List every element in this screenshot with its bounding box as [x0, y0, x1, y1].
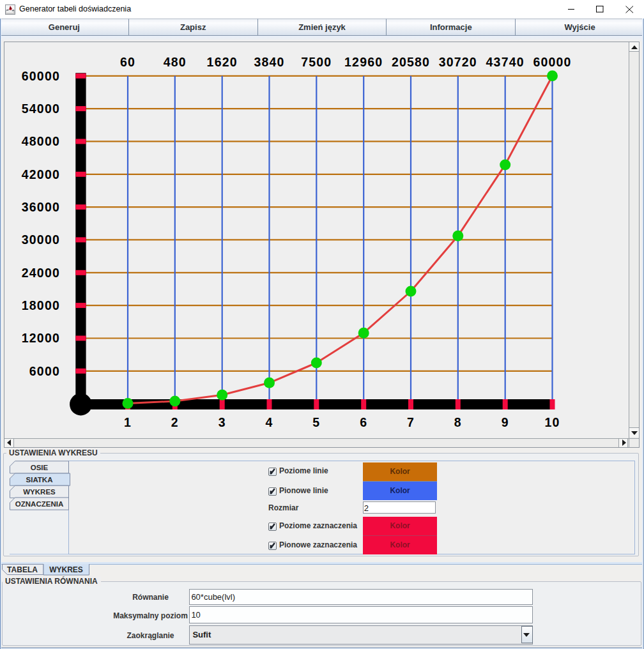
svg-text:24000: 24000: [22, 266, 60, 280]
svg-text:43740: 43740: [486, 55, 525, 69]
svg-text:480: 480: [164, 55, 187, 69]
svg-text:1620: 1620: [207, 55, 238, 69]
svg-text:9: 9: [502, 415, 509, 429]
svg-text:30720: 30720: [439, 55, 477, 69]
svg-text:6: 6: [360, 415, 367, 429]
svg-text:36000: 36000: [22, 200, 60, 214]
svg-text:8: 8: [454, 415, 462, 429]
svg-text:42000: 42000: [22, 167, 60, 181]
svg-text:2: 2: [171, 415, 179, 429]
svg-text:60000: 60000: [22, 69, 60, 83]
svg-text:5: 5: [312, 415, 320, 429]
svg-text:3: 3: [218, 415, 226, 429]
svg-text:20580: 20580: [392, 55, 430, 69]
svg-text:12000: 12000: [22, 331, 60, 345]
svg-text:48000: 48000: [22, 134, 60, 148]
svg-text:7: 7: [407, 415, 415, 429]
svg-text:60: 60: [120, 55, 135, 69]
svg-text:WYKRES: WYKRES: [49, 565, 83, 574]
svg-text:6000: 6000: [29, 364, 60, 378]
svg-text:54000: 54000: [22, 102, 60, 116]
svg-text:30000: 30000: [22, 233, 60, 247]
svg-text:60000: 60000: [533, 55, 571, 69]
svg-text:1: 1: [124, 415, 132, 429]
svg-text:7500: 7500: [301, 55, 332, 69]
svg-text:18000: 18000: [22, 298, 60, 312]
svg-text:4: 4: [265, 415, 273, 429]
svg-text:3840: 3840: [254, 55, 284, 69]
svg-text:10: 10: [544, 415, 560, 429]
svg-text:12960: 12960: [344, 55, 383, 69]
svg-text:TABELA: TABELA: [7, 565, 38, 574]
